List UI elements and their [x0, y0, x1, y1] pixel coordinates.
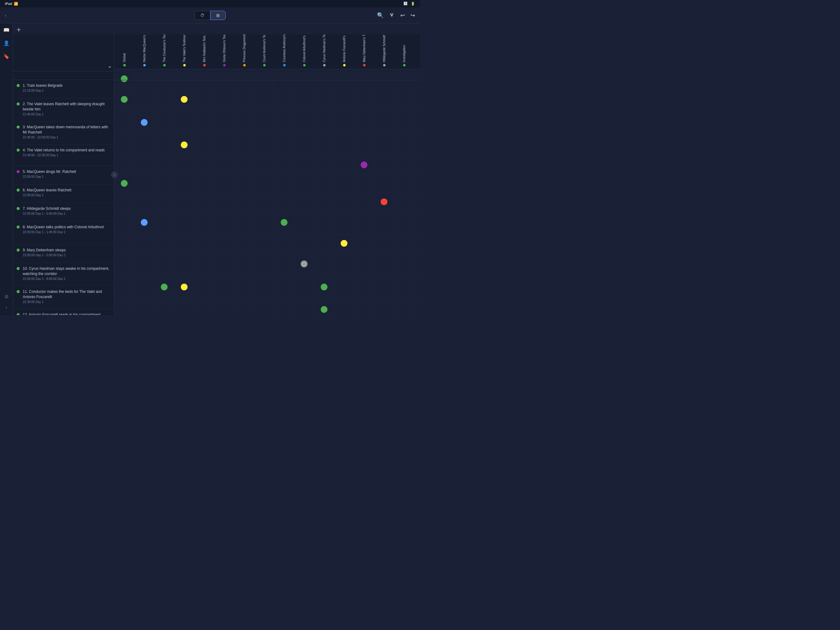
- grid-cell: [134, 88, 154, 111]
- grid-col-header[interactable]: Count Andrenyi's Te...: [254, 35, 274, 69]
- grid-cell: [414, 193, 420, 211]
- grid-cell: [414, 70, 420, 88]
- grid-cell: [274, 234, 294, 252]
- event-row[interactable]: 1. Train leaves Belgrade21:15:00 Day 1: [13, 80, 114, 98]
- grid-cell: [354, 193, 374, 211]
- grid-row: [114, 156, 420, 174]
- grid-all-events-row: [114, 80, 420, 80]
- bookmark-icon[interactable]: 🔖: [3, 54, 9, 59]
- grid-cell: [374, 234, 394, 252]
- grid-cell: [274, 88, 294, 111]
- grid-col-header[interactable]: Hildegarde Schmidt'...: [374, 35, 394, 69]
- grid-col-header[interactable]: Global: [114, 35, 134, 69]
- grid-col-header[interactable]: Colonel Arbuthnot's ...: [294, 35, 314, 69]
- grid-col-header[interactable]: Antonio Foscarelli's ...: [334, 35, 354, 69]
- filter-icon[interactable]: ⛛: [389, 12, 395, 19]
- grid-col-header[interactable]: Mrs Hubbard's Test...: [194, 35, 214, 69]
- grid-col-header[interactable]: Mary Debenham's T...: [354, 35, 374, 69]
- event-time: 22:30:00 Day 1: [23, 300, 111, 304]
- event-row[interactable]: 9. Mary Debenham sleeps22:00:00 Day 1 - …: [13, 245, 114, 263]
- event-list[interactable]: 1. Train leaves Belgrade21:15:00 Day 12.…: [13, 80, 114, 315]
- grid-event-dot: [121, 180, 128, 187]
- grid-cell: [114, 70, 134, 88]
- event-row[interactable]: 4. The Valet returns to his compartment …: [13, 144, 114, 166]
- grid-cell: [154, 88, 174, 111]
- grid-col-header[interactable]: The Conductor's Tes...: [154, 35, 174, 69]
- grid-col-header[interactable]: Princess Dragomiroff...: [234, 35, 254, 69]
- event-time: 22:00:00 Day 1: [23, 193, 111, 197]
- grid-cell: [234, 193, 254, 211]
- grid-cell: [174, 134, 194, 155]
- event-title: 5. MacQueen drugs Mr. Ratchett: [23, 169, 111, 174]
- event-row[interactable]: 7. Hildegarde Schmidt sleeps22:00:00 Day…: [13, 203, 114, 222]
- grid-cell: [154, 111, 174, 134]
- grid-cell: [334, 299, 354, 315]
- undo-icon[interactable]: ↩: [400, 12, 405, 19]
- event-content: 3. MacQueen takes down memoranda of lett…: [23, 125, 111, 139]
- grid-cell: [114, 299, 134, 315]
- grid-col-header[interactable]: Hector MacQueen's ...: [134, 35, 154, 69]
- grid-row: [114, 88, 420, 111]
- story-selector[interactable]: ⌄: [107, 64, 112, 69]
- grid-col-label: Mary Debenham's T...: [363, 35, 366, 62]
- event-content: 6. MacQueen leaves Ratchett22:00:00 Day …: [23, 188, 111, 197]
- grid-panel[interactable]: GlobalHector MacQueen's ...The Conductor…: [114, 35, 420, 315]
- grid-col-header[interactable]: Decoy Solution: [414, 35, 420, 69]
- search-icon[interactable]: 🔍: [377, 12, 384, 19]
- timeline-view-button[interactable]: ⏱: [194, 11, 210, 20]
- redo-icon[interactable]: ↪: [411, 12, 415, 19]
- grid-cell: [374, 70, 394, 88]
- grid-cell: [134, 275, 154, 298]
- panel-toggle[interactable]: ›: [111, 171, 118, 178]
- event-row[interactable]: 12. Antonio Foscarelli reads in his comp…: [13, 309, 114, 315]
- add-button[interactable]: ＋: [15, 25, 22, 34]
- grid-col-header[interactable]: Countess Andrenyi's ...: [274, 35, 294, 69]
- grid-col-header[interactable]: The Valet's Testimony: [174, 35, 194, 69]
- grid-cell: [294, 193, 314, 211]
- grid-cell: [114, 88, 134, 111]
- grid-cell: [374, 88, 394, 111]
- grid-cell: [294, 70, 314, 88]
- settings-icon[interactable]: ⚙: [4, 294, 9, 300]
- grid-cell: [394, 193, 414, 211]
- grid-header-dot: [403, 64, 406, 66]
- grid-cell: [314, 211, 334, 234]
- grid-cell: [214, 88, 234, 111]
- event-row[interactable]: 8. MacQueen talks politics with Colonel …: [13, 222, 114, 245]
- grid-col-header[interactable]: Cyrus Hardman's Tes...: [314, 35, 334, 69]
- grid-col-header[interactable]: Greta Ohlsson's Tes...: [214, 35, 234, 69]
- grid-cell: [374, 299, 394, 315]
- event-row[interactable]: 11. Conductor makes the beds for The Val…: [13, 286, 114, 309]
- grid-cell: [174, 299, 194, 315]
- grid-cell: [414, 134, 420, 155]
- grid-col-header[interactable]: Investigation: [394, 35, 414, 69]
- event-row[interactable]: 5. MacQueen drugs Mr. Ratchett22:00:00 D…: [13, 166, 114, 185]
- grid-cell: [394, 253, 414, 275]
- event-content: 5. MacQueen drugs Mr. Ratchett22:00:00 D…: [23, 169, 111, 179]
- grid-cell: [354, 88, 374, 111]
- event-time: 22:00:00 Day 1 - 0:46:00 Day 2: [23, 212, 111, 215]
- grid-cell: [414, 156, 420, 174]
- event-title: 9. Mary Debenham sleeps: [23, 248, 111, 253]
- chevron-down-icon: ⌄: [108, 64, 112, 69]
- event-row[interactable]: 10. Cyrus Hardman stays awake in his com…: [13, 263, 114, 286]
- back-button[interactable]: ‹: [5, 13, 8, 18]
- grid-cell: [214, 134, 234, 155]
- grid-cell: [234, 111, 254, 134]
- grid-cell: [274, 275, 294, 298]
- grid-col-label: Hildegarde Schmidt'...: [382, 35, 386, 62]
- event-row[interactable]: 2. The Valet leaves Ratchett with sleepi…: [13, 98, 114, 122]
- expand-icon[interactable]: ›: [6, 304, 7, 310]
- grid-event-dot: [281, 219, 287, 226]
- person-icon[interactable]: 👤: [3, 40, 9, 46]
- event-row[interactable]: 3. MacQueen takes down memoranda of lett…: [13, 122, 114, 144]
- grid-view-button[interactable]: ⊞: [210, 11, 226, 20]
- grid-cell: [374, 253, 394, 275]
- book-icon[interactable]: 📖: [3, 27, 9, 33]
- grid-cell: [414, 253, 420, 275]
- grid-cell: [254, 234, 274, 252]
- grid-cell: [314, 299, 334, 315]
- grid-cell: [314, 88, 334, 111]
- grid-event-dot: [321, 283, 327, 290]
- event-row[interactable]: 6. MacQueen leaves Ratchett22:00:00 Day …: [13, 185, 114, 203]
